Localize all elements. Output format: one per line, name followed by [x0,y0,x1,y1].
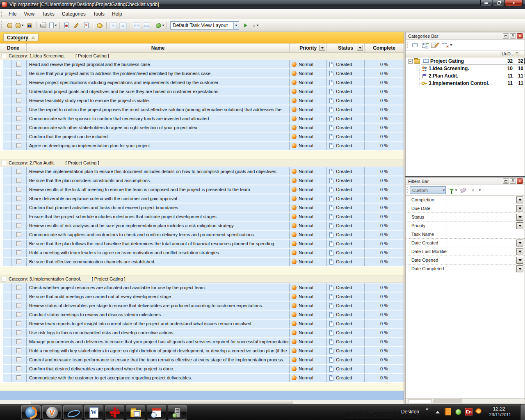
filter-dropdown-button[interactable] [516,214,523,221]
complete-cell[interactable]: 0 % [365,167,404,176]
move-down-button[interactable] [109,21,118,30]
move-to-top-button[interactable] [142,21,151,30]
done-cell[interactable] [11,240,27,248]
complete-cell[interactable]: 0 % [365,310,404,319]
done-checkbox[interactable] [16,205,21,210]
complete-cell[interactable]: 0 % [365,203,404,212]
status-cell[interactable]: Created [327,123,365,132]
menu-file[interactable]: File [5,10,20,18]
done-checkbox[interactable] [16,169,21,174]
priority-cell[interactable]: Normal [290,69,327,78]
complete-cell[interactable]: 0 % [365,283,404,292]
status-cell[interactable]: Created [327,142,365,150]
done-checkbox[interactable] [16,348,21,353]
apply-layout-button[interactable] [241,21,250,30]
delete-category-button[interactable]: × [439,41,449,49]
toolbar-overflow-chevron[interactable]: » [426,406,429,411]
move-to-bottom-button[interactable] [132,21,141,30]
task-row[interactable]: Communicate with the sponsor to confirm … [3,114,404,123]
filter-dropdown-button[interactable] [516,240,523,247]
done-cell[interactable] [11,142,27,150]
status-cell[interactable]: Created [327,283,365,292]
status-cell[interactable]: Created [327,185,365,194]
complete-cell[interactable]: 0 % [365,249,404,257]
task-name-cell[interactable]: Be sure that your project aims to addres… [27,69,290,78]
chevron-down-icon[interactable] [55,25,57,26]
tree-column-undone[interactable]: UnD... [500,51,514,57]
complete-cell[interactable]: 0 % [365,105,404,114]
complete-cell[interactable]: 0 % [365,69,404,78]
complete-cell[interactable]: 0 % [365,132,404,141]
task-name-cell[interactable]: Ensure that the project schedule include… [27,212,290,221]
task-name-cell[interactable]: Review results of risk analysis and be s… [27,221,290,230]
complete-cell[interactable]: 0 % [365,258,404,266]
complete-cell[interactable]: 0 % [365,212,404,221]
priority-cell[interactable]: Normal [290,258,327,266]
done-checkbox[interactable] [16,285,21,290]
done-checkbox[interactable] [16,312,21,317]
status-cell[interactable]: Created [327,60,365,68]
task-row[interactable]: Review team reports to get insight into … [3,320,404,328]
complete-cell[interactable]: 0 % [365,292,404,301]
priority-cell[interactable]: Normal [290,231,327,239]
task-name-cell[interactable]: Use risk logs to focus on unhandled risk… [27,329,290,337]
done-cell[interactable] [11,96,27,105]
status-cell[interactable]: Created [327,114,365,123]
menu-categories[interactable]: Categories [58,10,89,18]
task-name-cell[interactable]: Confirm that planned activities and task… [27,203,290,212]
complete-cell[interactable]: 0 % [365,185,404,194]
add-category-button[interactable]: → [410,41,420,49]
complete-cell[interactable]: 0 % [365,338,404,346]
complete-cell[interactable]: 0 % [365,60,404,68]
task-name-cell[interactable]: Hold a meeting with team leaders to agre… [27,249,290,257]
complete-cell[interactable]: 0 % [365,96,404,105]
task-name-cell[interactable]: Control and measure team performance to … [27,356,290,364]
priority-cell[interactable]: Normal [290,249,327,257]
minimize-button[interactable] [480,0,492,6]
filter-dropdown-button[interactable] [516,257,523,264]
done-cell[interactable] [11,347,27,355]
done-cell[interactable] [11,329,27,337]
task-row[interactable]: Hold a meeting with key stakeholders to … [3,347,404,355]
done-checkbox[interactable] [16,178,21,183]
task-row[interactable]: Review results of risk analysis and be s… [3,221,404,230]
priority-cell[interactable]: Normal [290,310,327,319]
group-by-category-button[interactable]: Category [3,34,39,41]
priority-cell[interactable]: Normal [290,87,327,96]
taskbar-app-firefox[interactable] [21,405,41,420]
category-header-row[interactable]: Category: 2.Plan Audit.[ Project Gating … [0,160,404,167]
add-subcategory-button[interactable]: + [420,41,429,49]
priority-cell[interactable]: Normal [290,114,327,123]
toggle-complete-button[interactable] [95,21,104,30]
done-checkbox[interactable] [16,143,21,148]
priority-cell[interactable]: Normal [290,240,327,248]
task-row[interactable]: Conduct status meetings to review and di… [3,310,404,319]
panel-restore-button[interactable] [503,178,509,184]
tree-item-3-implementation-control-[interactable]: 3.Implementation Control.1111 [406,80,525,87]
status-cell[interactable]: Created [327,176,365,185]
priority-cell[interactable]: Normal [290,78,327,87]
panel-close-button[interactable]: x [517,178,523,184]
status-cell[interactable]: Created [327,338,365,346]
done-cell[interactable] [11,258,27,266]
done-cell[interactable] [11,310,27,319]
filter-value-field[interactable] [447,221,525,230]
task-row[interactable]: Be sure that the plan follows the cost b… [3,240,404,248]
done-checkbox[interactable] [16,71,21,76]
done-cell[interactable] [11,185,27,194]
done-checkbox[interactable] [16,330,21,335]
status-cell[interactable]: Created [327,301,365,310]
chevron-down-icon[interactable] [455,189,457,191]
filter-dropdown-button[interactable] [516,265,523,272]
status-cell[interactable]: Created [327,374,365,382]
complete-cell[interactable]: 0 % [365,114,404,123]
done-cell[interactable] [11,203,27,212]
done-checkbox[interactable] [16,259,21,264]
restore-button[interactable] [493,0,504,6]
task-row[interactable]: Use risk logs to focus on unhandled risk… [3,329,404,337]
done-cell[interactable] [11,176,27,185]
priority-cell[interactable]: Normal [290,212,327,221]
priority-cell[interactable]: Normal [290,283,327,292]
done-checkbox[interactable] [16,232,21,237]
done-cell[interactable] [11,105,27,114]
